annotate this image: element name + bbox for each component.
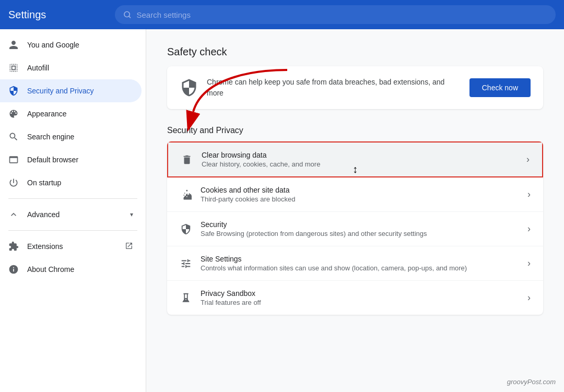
shield-icon bbox=[8, 86, 19, 96]
sidebar-item-label: Default browser bbox=[27, 156, 78, 164]
autofill-icon bbox=[8, 63, 19, 73]
chevron-right-icon: › bbox=[526, 154, 530, 165]
watermark: groovyPost.com bbox=[507, 378, 556, 386]
main-layout: You and Google Autofill Security and Pri… bbox=[0, 29, 564, 392]
security-text: Security Safe Browsing (protection from … bbox=[201, 220, 519, 237]
sidebar-item-default-browser[interactable]: Default browser bbox=[0, 148, 142, 171]
sidebar-item-label: Advanced bbox=[27, 210, 60, 219]
clear-browsing-data-title: Clear browsing data bbox=[202, 151, 518, 159]
chevron-right-icon: › bbox=[527, 189, 531, 200]
sidebar-item-label: On startup bbox=[27, 179, 61, 187]
privacy-sandbox-title: Privacy Sandbox bbox=[201, 289, 519, 298]
sidebar-item-advanced[interactable]: Advanced ▾ bbox=[0, 203, 142, 226]
settings-item-site-settings[interactable]: Site Settings Controls what information … bbox=[167, 246, 543, 281]
chevron-right-icon: › bbox=[527, 292, 531, 303]
sidebar-item-label: You and Google bbox=[27, 41, 79, 49]
svg-line-1 bbox=[129, 16, 131, 18]
safety-check-description: Chrome can help keep you safe from data … bbox=[207, 77, 461, 99]
safety-shield-icon bbox=[180, 78, 198, 97]
settings-item-clear-browsing-data[interactable]: Clear browsing data Clear history, cooki… bbox=[167, 141, 543, 177]
sidebar-item-label: Extensions bbox=[27, 242, 63, 251]
search-icon bbox=[8, 132, 19, 142]
clear-browsing-data-text: Clear browsing data Clear history, cooki… bbox=[202, 151, 518, 168]
sidebar-item-appearance[interactable]: Appearance bbox=[0, 102, 142, 125]
cookie-icon bbox=[180, 188, 192, 201]
check-now-button[interactable]: Check now bbox=[469, 78, 531, 97]
safety-check-card: Chrome can help keep you safe from data … bbox=[167, 66, 543, 109]
site-settings-text: Site Settings Controls what information … bbox=[201, 255, 519, 272]
sidebar-item-on-startup[interactable]: On startup bbox=[0, 171, 142, 194]
flask-icon bbox=[180, 292, 192, 304]
content-area: Safety check Chrome can help keep you sa… bbox=[146, 29, 564, 392]
security-shield-icon bbox=[180, 223, 192, 235]
sidebar-item-autofill[interactable]: Autofill bbox=[0, 56, 142, 79]
sidebar-divider-2 bbox=[8, 230, 137, 231]
sidebar: You and Google Autofill Security and Pri… bbox=[0, 29, 146, 392]
privacy-sandbox-subtitle: Trial features are off bbox=[201, 299, 519, 306]
settings-item-cookies[interactable]: Cookies and other site data Third-party … bbox=[167, 177, 543, 212]
trash-icon bbox=[181, 153, 193, 166]
chevron-right-icon: › bbox=[527, 223, 531, 234]
extensions-icon bbox=[8, 241, 19, 252]
cookies-text: Cookies and other site data Third-party … bbox=[201, 186, 519, 203]
sidebar-item-label: About Chrome bbox=[27, 265, 74, 274]
clear-browsing-data-subtitle: Clear history, cookies, cache, and more bbox=[202, 160, 518, 168]
sidebar-divider bbox=[8, 198, 137, 199]
sidebar-item-extensions[interactable]: Extensions bbox=[0, 235, 142, 258]
section-title: Security and Privacy bbox=[167, 126, 543, 135]
power-icon bbox=[8, 177, 19, 188]
chevron-right-icon: › bbox=[527, 258, 531, 269]
safety-check-title: Safety check bbox=[167, 46, 543, 58]
search-icon bbox=[123, 10, 132, 19]
app-title: Settings bbox=[8, 9, 102, 21]
security-subtitle: Safe Browsing (protection from dangerous… bbox=[201, 230, 519, 237]
security-title: Security bbox=[201, 220, 519, 229]
info-icon bbox=[8, 264, 19, 275]
privacy-sandbox-text: Privacy Sandbox Trial features are off bbox=[201, 289, 519, 306]
site-settings-subtitle: Controls what information sites can use … bbox=[201, 264, 519, 272]
cookies-subtitle: Third-party cookies are blocked bbox=[201, 195, 519, 203]
chevron-down-icon: ▾ bbox=[130, 211, 133, 218]
sidebar-item-about-chrome[interactable]: About Chrome bbox=[0, 258, 142, 281]
sidebar-item-label: Search engine bbox=[27, 133, 74, 141]
palette-icon bbox=[8, 109, 19, 119]
sidebar-item-label: Appearance bbox=[27, 110, 67, 118]
sidebar-item-security-privacy[interactable]: Security and Privacy bbox=[0, 79, 142, 102]
settings-item-privacy-sandbox[interactable]: Privacy Sandbox Trial features are off › bbox=[167, 281, 543, 315]
external-link-icon bbox=[125, 242, 133, 252]
sidebar-item-label: Security and Privacy bbox=[27, 87, 94, 95]
topbar: Settings bbox=[0, 0, 564, 29]
search-bar[interactable] bbox=[115, 5, 556, 24]
browser-icon bbox=[8, 155, 19, 165]
sidebar-item-label: Autofill bbox=[27, 64, 49, 72]
sidebar-item-search-engine[interactable]: Search engine bbox=[0, 125, 142, 148]
person-icon bbox=[8, 40, 19, 50]
advanced-icon bbox=[8, 209, 19, 220]
cookies-title: Cookies and other site data bbox=[201, 186, 519, 194]
sliders-icon bbox=[180, 257, 192, 270]
settings-list: Clear browsing data Clear history, cooki… bbox=[167, 141, 543, 315]
settings-item-security[interactable]: Security Safe Browsing (protection from … bbox=[167, 212, 543, 246]
search-input[interactable] bbox=[137, 10, 548, 19]
site-settings-title: Site Settings bbox=[201, 255, 519, 263]
sidebar-item-you-and-google[interactable]: You and Google bbox=[0, 33, 142, 56]
